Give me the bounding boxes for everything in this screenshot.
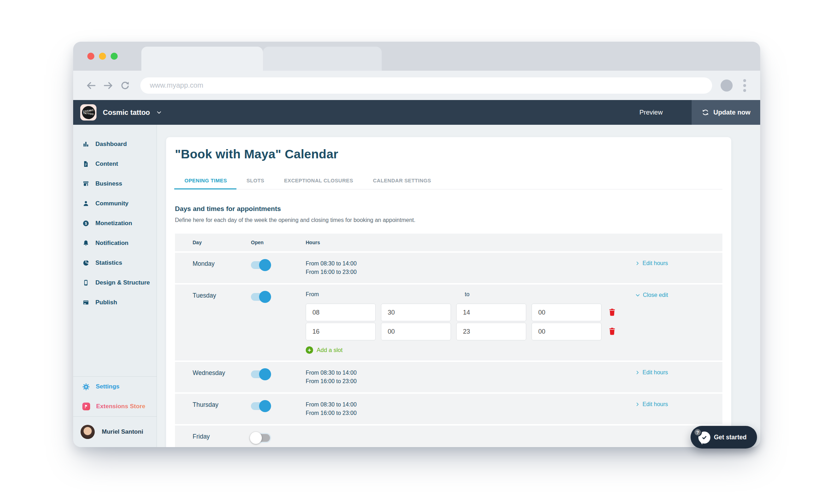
edit-hours-link-wednesday[interactable]: Edit hours xyxy=(635,369,722,376)
slot1-to-minute-input[interactable] xyxy=(532,304,602,321)
page-title: "Book with Maya" Calendar xyxy=(175,147,722,161)
slot2-from-minute-input[interactable] xyxy=(381,323,451,340)
question-bubble-icon: ? xyxy=(693,428,702,436)
table-row-thursday: Thursday From 08:30 to 14:00 From 16:00 … xyxy=(175,392,722,424)
open-toggle-thursday[interactable] xyxy=(251,402,270,410)
window-controls xyxy=(87,53,118,60)
browser-toolbar: www.myapp.com xyxy=(73,71,760,100)
site-logo: COSMIC TATTOO xyxy=(80,104,96,121)
gear-icon xyxy=(82,383,90,391)
browser-tab-inactive[interactable] xyxy=(263,47,382,71)
screenshot-stage: www.myapp.com COSMIC TATTOO Cosmic tatto… xyxy=(0,0,833,504)
help-chat-icon: ? xyxy=(696,431,710,444)
url-bar[interactable]: www.myapp.com xyxy=(140,77,712,94)
calendar-tabs: OPENING TIMES SLOTS EXCEPTIONAL CLOSURES… xyxy=(175,172,722,189)
sidebar-item-business[interactable]: Business xyxy=(73,174,157,194)
open-toggle-monday[interactable] xyxy=(251,261,270,269)
chevron-right-icon xyxy=(635,402,640,406)
slot1-from-minute-input[interactable] xyxy=(381,304,451,321)
user-account[interactable]: Muriel Santoni xyxy=(73,417,157,447)
table-header: Day Open Hours xyxy=(175,234,722,251)
update-now-label: Update now xyxy=(714,109,751,116)
bar-chart-icon xyxy=(82,141,89,148)
sidebar-item-statistics[interactable]: Statistics xyxy=(73,253,157,273)
table-row-monday: Monday From 08:30 to 14:00 From 16:00 to… xyxy=(175,251,722,283)
trash-icon xyxy=(608,327,616,335)
slot-row-2 xyxy=(306,323,635,340)
close-edit-link-tuesday[interactable]: Close edit xyxy=(635,291,722,298)
section-description: Define here for each day of the week the… xyxy=(175,217,722,223)
edit-hours-link-thursday[interactable]: Edit hours xyxy=(635,400,722,408)
opening-times-table: Day Open Hours Monday From 08:30 to 14:0… xyxy=(175,234,722,447)
refresh-icon[interactable] xyxy=(120,80,130,91)
open-toggle-tuesday[interactable] xyxy=(251,293,270,301)
get-started-button[interactable]: ? Get started xyxy=(691,426,757,449)
sidebar: Dashboard Content Business xyxy=(73,125,157,447)
plus-circle-icon: + xyxy=(306,346,313,354)
storefront-icon xyxy=(82,180,89,187)
open-toggle-wednesday[interactable] xyxy=(251,370,270,378)
maximize-window-button[interactable] xyxy=(111,53,118,60)
slot2-to-minute-input[interactable] xyxy=(532,323,602,340)
sidebar-item-settings[interactable]: Settings xyxy=(73,377,157,397)
slot2-from-hour-input[interactable] xyxy=(306,323,376,340)
header-open: Open xyxy=(251,240,306,245)
user-avatar xyxy=(81,425,95,439)
sidebar-item-design-structure[interactable]: Design & Structure xyxy=(73,273,157,293)
delete-slot2-button[interactable] xyxy=(607,326,617,337)
open-toggle-friday[interactable] xyxy=(251,434,270,442)
slot1-from-hour-input[interactable] xyxy=(306,304,376,321)
day-label: Wednesday xyxy=(193,369,251,377)
hours-summary: From 08:30 to 14:00 From 16:00 to 23:00 xyxy=(306,369,635,386)
sidebar-item-community[interactable]: Community xyxy=(73,194,157,213)
preview-button[interactable]: Preview xyxy=(639,109,663,116)
sidebar-item-content[interactable]: Content xyxy=(73,154,157,174)
slot2-to-hour-input[interactable] xyxy=(456,323,526,340)
phone-icon xyxy=(82,279,89,286)
sidebar-item-dashboard[interactable]: Dashboard xyxy=(73,134,157,154)
sidebar-item-monetization[interactable]: $ Monetization xyxy=(73,213,157,233)
delete-slot1-button[interactable] xyxy=(607,307,617,318)
forward-icon[interactable] xyxy=(103,80,113,91)
close-window-button[interactable] xyxy=(87,53,94,60)
back-icon[interactable] xyxy=(86,80,96,91)
app-topbar: COSMIC TATTOO Cosmic tattoo Preview xyxy=(73,100,760,125)
chevron-down-icon xyxy=(635,293,640,298)
tab-exceptional-closures[interactable]: EXCEPTIONAL CLOSURES xyxy=(274,172,363,189)
calendar-card: "Book with Maya" Calendar OPENING TIMES … xyxy=(166,137,731,447)
hours-summary: From 08:30 to 14:00 From 16:00 to 23:00 xyxy=(306,400,635,417)
publish-icon xyxy=(82,299,89,306)
sidebar-item-publish[interactable]: Publish xyxy=(73,293,157,312)
table-row-friday: Friday xyxy=(175,424,722,447)
edit-hours-link-monday[interactable]: Edit hours xyxy=(635,259,722,266)
minimize-window-button[interactable] xyxy=(99,53,106,60)
dollar-circle-icon: $ xyxy=(82,220,89,227)
update-now-button[interactable]: Update now xyxy=(692,100,760,125)
slot1-to-hour-input[interactable] xyxy=(456,304,526,321)
day-label: Monday xyxy=(193,259,251,268)
site-logo-mark: COSMIC TATTOO xyxy=(82,106,95,119)
browser-menu-icon[interactable] xyxy=(742,78,747,93)
tab-opening-times[interactable]: OPENING TIMES xyxy=(174,172,236,189)
tab-slots[interactable]: SLOTS xyxy=(236,172,274,189)
tab-calendar-settings[interactable]: CALENDAR SETTINGS xyxy=(363,172,441,189)
hours-editor: From to xyxy=(306,291,635,354)
browser-profile-avatar[interactable] xyxy=(721,80,733,92)
add-slot-button[interactable]: + Add a slot xyxy=(306,346,342,354)
from-label: From xyxy=(306,291,319,297)
sync-icon xyxy=(702,109,709,116)
slot-row-1 xyxy=(306,304,635,321)
browser-window: www.myapp.com COSMIC TATTOO Cosmic tatto… xyxy=(73,42,760,447)
site-name: Cosmic tattoo xyxy=(103,109,150,117)
to-label: to xyxy=(465,291,469,298)
day-label: Thursday xyxy=(193,400,251,409)
sidebar-item-extensions-store[interactable]: Extensions Store xyxy=(73,397,157,416)
bell-icon xyxy=(82,240,89,247)
site-switcher[interactable]: COSMIC TATTOO Cosmic tattoo xyxy=(73,104,162,121)
browser-tab-active[interactable] xyxy=(141,47,263,71)
sidebar-item-notification[interactable]: Notification xyxy=(73,233,157,253)
table-row-tuesday: Tuesday From to xyxy=(175,283,722,361)
day-label: Tuesday xyxy=(193,291,251,299)
section-title: Days and times for appointments xyxy=(175,205,722,213)
user-name: Muriel Santoni xyxy=(102,428,143,435)
